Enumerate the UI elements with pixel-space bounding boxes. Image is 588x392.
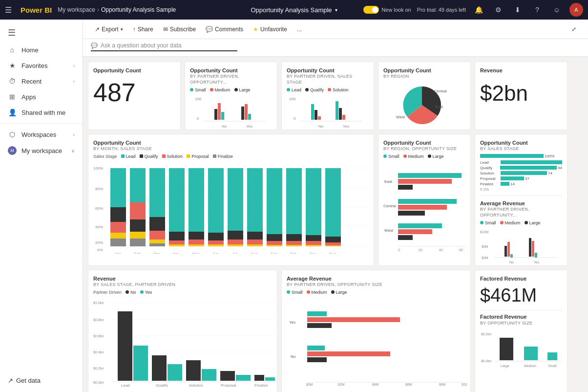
favorites-icon: ★ xyxy=(8,62,17,69)
download-icon[interactable]: ⬇ xyxy=(511,3,525,17)
share-btn[interactable]: ↑ Share xyxy=(129,24,157,35)
svg-rect-65 xyxy=(228,240,243,244)
card-revenue-by-sales: Revenue BY SALES STAGE, PARTNER DRIVEN P… xyxy=(88,270,277,392)
svg-rect-76 xyxy=(286,234,302,241)
svg-rect-55 xyxy=(189,168,204,232)
chevron-down-icon[interactable]: ▾ xyxy=(335,7,337,13)
chart-opp-by-month: 100% 80% 60% 40% 20% 0% xyxy=(93,161,372,254)
nav-path: My workspace › Opportunity Analysis Samp… xyxy=(58,6,176,13)
legend-month: Sales Stage Lead Qualify Solution Propos… xyxy=(93,154,369,159)
svg-text:West: West xyxy=(396,115,405,119)
svg-text:$8M: $8M xyxy=(439,383,446,386)
svg-rect-71 xyxy=(267,168,282,234)
sidebar-item-apps[interactable]: ⊞ Apps xyxy=(0,89,83,105)
svg-rect-166 xyxy=(307,323,332,328)
svg-rect-43 xyxy=(130,219,146,232)
qa-input[interactable]: 💬 Ask a question about your data xyxy=(91,42,237,51)
svg-rect-146 xyxy=(220,371,235,381)
svg-text:$0.2bn: $0.2bn xyxy=(93,367,104,370)
sidebar-collapse-btn[interactable]: ☰ xyxy=(0,23,83,42)
svg-rect-59 xyxy=(208,168,224,233)
svg-rect-78 xyxy=(286,245,302,246)
chart-opp-by-partner: 100 0 No Yes xyxy=(190,94,268,130)
svg-rect-17 xyxy=(315,110,317,120)
app-layout: ☰ ⌂ Home ★ Favorites › ⏱ Recent › ⊞ Apps… xyxy=(0,20,588,392)
get-data-btn[interactable]: ↗ Get data xyxy=(0,371,83,388)
svg-rect-16 xyxy=(311,104,314,120)
brand-logo: Power BI xyxy=(21,6,52,14)
svg-text:0: 0 xyxy=(197,116,199,121)
svg-rect-57 xyxy=(189,240,204,244)
svg-rect-123 xyxy=(507,242,510,257)
chevron-right-icon: › xyxy=(73,63,75,68)
legend-region-size: Small Medium Large xyxy=(383,154,465,159)
svg-text:Medium: Medium xyxy=(524,364,536,368)
my-workspace-icon: M xyxy=(8,146,17,155)
svg-text:Yes: Yes xyxy=(343,124,349,129)
svg-text:Dec: Dec xyxy=(329,252,336,254)
top-nav: ☰ Power BI My workspace › Opportunity An… xyxy=(0,0,588,20)
svg-rect-41 xyxy=(130,168,146,202)
svg-text:May: May xyxy=(192,252,200,254)
svg-text:$5M: $5M xyxy=(482,245,488,248)
comments-btn[interactable]: 💬 Comments xyxy=(202,24,247,35)
svg-text:East: East xyxy=(384,179,393,184)
more-btn[interactable]: ... xyxy=(293,24,306,35)
svg-rect-165 xyxy=(307,317,400,322)
svg-rect-18 xyxy=(318,116,321,120)
feedback-icon[interactable]: ☺ xyxy=(550,3,564,17)
svg-rect-46 xyxy=(149,168,165,217)
svg-rect-5 xyxy=(214,109,217,120)
avatar[interactable]: A xyxy=(569,3,583,17)
card-opp-by-sales: Opportunity Count BY PARTNER DRIVEN, SAL… xyxy=(281,62,374,130)
toggle-switch[interactable] xyxy=(363,6,379,14)
sidebar-item-home[interactable]: ⌂ Home xyxy=(0,42,83,58)
svg-text:No: No xyxy=(222,124,227,129)
unfavorite-btn[interactable]: ★ Unfavorite xyxy=(249,24,291,35)
svg-text:Central: Central xyxy=(383,204,396,208)
svg-rect-122 xyxy=(504,246,507,257)
opp-count-sales-stage-inner: Opportunity Count BY SALES STAGE 100% Le… xyxy=(480,139,562,192)
svg-text:0: 0 xyxy=(398,248,400,252)
notifications-icon[interactable]: 🔔 xyxy=(472,3,485,17)
svg-rect-61 xyxy=(208,240,224,244)
card-revenue: Revenue $2bn xyxy=(475,62,567,130)
svg-text:Apr: Apr xyxy=(173,252,179,254)
svg-text:Yes: Yes xyxy=(534,261,540,264)
main-content: ↗ Export ▾ ↑ Share ✉ Subscribe 💬 Comment… xyxy=(83,20,588,392)
card-avg-revenue-size: Average Revenue BY PARTNER DRIVEN, OPPOR… xyxy=(281,270,471,392)
settings-icon[interactable]: ⚙ xyxy=(491,3,505,17)
svg-text:Yes: Yes xyxy=(289,320,295,325)
svg-rect-56 xyxy=(189,232,204,240)
svg-rect-80 xyxy=(306,235,321,241)
svg-text:West: West xyxy=(384,228,394,233)
svg-rect-73 xyxy=(267,241,282,245)
svg-rect-48 xyxy=(149,231,165,240)
qa-bar: 💬 Ask a question about your data xyxy=(83,39,588,57)
workspaces-icon: ⬡ xyxy=(8,131,17,138)
svg-rect-66 xyxy=(228,244,243,246)
sidebar-item-my-workspace[interactable]: M My workspace ∨ xyxy=(0,142,83,159)
export-icon: ↗ xyxy=(95,26,100,33)
expand-btn[interactable]: ⤢ xyxy=(567,24,580,35)
card-factored-revenue: Factored Revenue $461M Factored Revenue … xyxy=(475,270,567,392)
svg-rect-52 xyxy=(169,232,185,240)
legend-partner: Small Medium Large xyxy=(190,87,272,92)
svg-text:$4M: $4M xyxy=(372,383,379,386)
svg-rect-142 xyxy=(152,355,167,381)
sidebar-item-favorites[interactable]: ★ Favorites › xyxy=(0,58,83,73)
hamburger-icon[interactable]: ☰ xyxy=(5,5,12,15)
chart-opp-region-size: 0 20 40 60 East Central West xyxy=(383,161,469,256)
help-icon[interactable]: ? xyxy=(530,3,544,17)
new-look-toggle[interactable]: New look on xyxy=(363,6,411,14)
export-btn[interactable]: ↗ Export ▾ xyxy=(91,24,127,35)
svg-rect-75 xyxy=(286,168,302,234)
svg-rect-72 xyxy=(267,234,282,241)
svg-rect-10 xyxy=(248,114,251,120)
subscribe-btn[interactable]: ✉ Subscribe xyxy=(159,24,200,35)
sidebar-item-shared[interactable]: 👤 Shared with me xyxy=(0,105,83,120)
svg-rect-7 xyxy=(221,112,224,120)
sidebar-item-recent[interactable]: ⏱ Recent › xyxy=(0,73,83,89)
sidebar-item-workspaces[interactable]: ⬡ Workspaces › xyxy=(0,127,83,142)
chart-avg-rev-size: $0M $2M $4M $6M $8M $10M Yes No xyxy=(287,297,467,387)
